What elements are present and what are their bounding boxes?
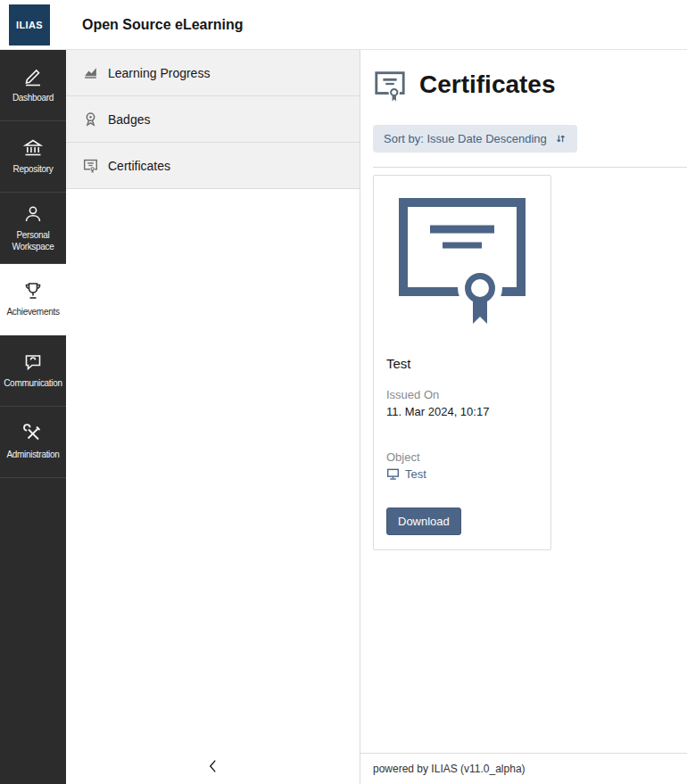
divider: [373, 167, 687, 168]
powered-by-text: powered by ILIAS (v11.0_alpha): [373, 763, 526, 775]
object-label: Object: [386, 450, 426, 464]
certificate-card-content: Test Issued On 11. Mar 2024, 10:17 Objec…: [374, 331, 550, 549]
badge-icon: [83, 111, 98, 127]
menu-item-label: Certificates: [108, 159, 170, 173]
certificate-illustration: [374, 176, 550, 331]
sort-button[interactable]: Sort by: Issue Date Descending: [373, 125, 577, 153]
crossed-tools-icon: [22, 423, 44, 444]
object-link-label: Test: [405, 467, 426, 481]
top-header: ILIAS Open Source eLearning: [0, 0, 687, 50]
menu-item-badges[interactable]: Badges: [66, 96, 360, 143]
app-title: Open Source eLearning: [82, 17, 243, 33]
menu-item-learning-progress[interactable]: Learning Progress: [66, 50, 360, 96]
certificate-card: Test Issued On 11. Mar 2024, 10:17 Objec…: [373, 175, 551, 550]
menu-item-certificates[interactable]: Certificates: [66, 143, 360, 189]
sidebar-item-personal-workspace[interactable]: Personal Workspace: [0, 193, 66, 264]
pen-icon: [22, 66, 44, 87]
sidebar-item-label: Achievements: [6, 307, 59, 318]
speech-bubble-icon: [22, 351, 44, 373]
achievements-submenu: Learning Progress Badges: [66, 50, 360, 784]
issued-on-property: Issued On 11. Mar 2024, 10:17: [386, 388, 489, 418]
sidebar-item-label: Repository: [13, 164, 54, 176]
trophy-icon: [22, 280, 44, 301]
menu-item-label: Learning Progress: [108, 66, 210, 80]
ilias-logo-text: ILIAS: [16, 20, 43, 30]
main-footer: powered by ILIAS (v11.0_alpha): [360, 753, 687, 784]
certificate-icon: [373, 68, 407, 102]
certificate-title: Test: [386, 356, 411, 371]
sort-button-label: Sort by: Issue Date Descending: [384, 132, 547, 145]
app-body: Dashboard Repository: [0, 50, 687, 784]
download-button[interactable]: Download: [386, 508, 461, 535]
main-content: Certificates Sort by: Issue Date Descend…: [360, 50, 687, 784]
sidebar-item-administration[interactable]: Administration: [0, 407, 66, 478]
page-title: Certificates: [419, 70, 556, 99]
ilias-logo[interactable]: ILIAS: [9, 4, 50, 45]
object-property: Object Test: [386, 450, 426, 484]
sidebar-item-label: Dashboard: [12, 93, 54, 104]
object-link[interactable]: Test: [386, 467, 426, 481]
content-body: Certificates Sort by: Issue Date Descend…: [360, 50, 687, 753]
sidebar-item-label: Communication: [4, 378, 62, 390]
menu-item-label: Badges: [108, 112, 150, 127]
main-nav-sidebar: Dashboard Repository: [0, 50, 66, 784]
slate-bottom-bar: [66, 750, 360, 784]
sidebar-item-label: Personal Workspace: [2, 230, 64, 252]
sidebar-item-label: Administration: [6, 450, 59, 461]
sidebar-item-dashboard[interactable]: Dashboard: [0, 50, 66, 121]
page-header: Certificates: [373, 68, 687, 102]
up-down-arrows-icon: [555, 133, 567, 144]
page: ILIAS Open Source eLearning Dashboard: [0, 0, 687, 784]
collapse-slate-button[interactable]: [199, 754, 227, 781]
issued-on-label: Issued On: [386, 388, 489, 401]
issued-on-value: 11. Mar 2024, 10:17: [386, 405, 489, 418]
sidebar-item-repository[interactable]: Repository: [0, 121, 66, 193]
chevron-left-icon: [206, 757, 219, 778]
test-object-icon: [386, 467, 400, 481]
building-icon: [22, 137, 44, 159]
chart-icon: [83, 65, 98, 80]
sidebar-item-achievements[interactable]: Achievements: [0, 264, 66, 335]
person-icon: [22, 203, 44, 225]
sidebar-item-communication[interactable]: Communication: [0, 335, 66, 407]
certificate-icon: [83, 158, 98, 173]
